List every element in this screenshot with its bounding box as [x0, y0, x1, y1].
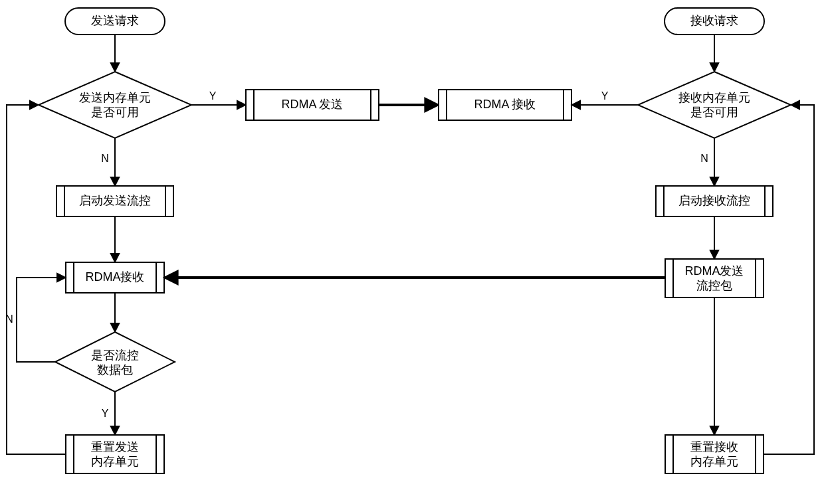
node-rdma-send: RDMA 发送 [246, 90, 379, 120]
is-flow-pkt-line2: 数据包 [97, 363, 133, 377]
rdma-send-flow-line2: 流控包 [696, 279, 732, 292]
recv-mem-avail-line1: 接收内存单元 [678, 91, 750, 104]
reset-send-line1: 重置发送 [91, 440, 139, 454]
node-reset-send-mem: 重置发送 内存单元 [66, 435, 164, 473]
flowchart-canvas: 发送请求 发送内存单元 是否可用 Y RDMA 发送 RDMA 接收 N 启动发… [0, 0, 824, 504]
svg-marker-14 [55, 332, 175, 392]
node-rdma-recv: RDMA 接收 [439, 90, 571, 120]
node-reset-recv-mem: 重置接收 内存单元 [665, 435, 764, 473]
send-mem-avail-line2: 是否可用 [91, 106, 139, 119]
send-request-label: 发送请求 [91, 14, 139, 27]
rdma-send-label: RDMA 发送 [281, 98, 343, 111]
edge-loop-n [17, 278, 66, 362]
reset-recv-line2: 内存单元 [690, 455, 738, 468]
node-send-request: 发送请求 [65, 8, 165, 35]
label-n-send: N [101, 153, 109, 164]
node-recv-request: 接收请求 [665, 8, 764, 35]
reset-recv-line1: 重置接收 [690, 440, 738, 454]
edge-reset-send-loop [7, 105, 66, 454]
recv-mem-avail-line2: 是否可用 [690, 106, 738, 119]
edge-reset-recv-loop [764, 105, 814, 454]
start-recv-flow-label: 启动接收流控 [678, 194, 750, 207]
label-y-send: Y [209, 90, 217, 102]
node-rdma-recv2: RDMA接收 [66, 262, 164, 293]
label-y-recv: Y [601, 90, 609, 102]
node-rdma-send-flow: RDMA发送 流控包 [665, 259, 764, 297]
send-mem-avail-line1: 发送内存单元 [79, 91, 151, 104]
rdma-send-flow-line1: RDMA发送 [685, 264, 744, 278]
reset-send-line2: 内存单元 [91, 455, 139, 468]
is-flow-pkt-line1: 是否流控 [91, 349, 139, 362]
node-send-mem-avail: 发送内存单元 是否可用 [39, 72, 191, 138]
recv-request-label: 接收请求 [690, 14, 738, 27]
node-is-flow-pkt: 是否流控 数据包 [55, 332, 175, 392]
label-y-flow: Y [102, 408, 109, 419]
rdma-recv2-label: RDMA接收 [86, 270, 145, 284]
label-n-recv: N [700, 153, 708, 164]
node-start-recv-flow: 启动接收流控 [656, 186, 773, 216]
node-recv-mem-avail: 接收内存单元 是否可用 [638, 72, 791, 138]
rdma-recv-label: RDMA 接收 [474, 98, 536, 111]
start-send-flow-label: 启动发送流控 [79, 194, 151, 207]
node-start-send-flow: 启动发送流控 [56, 186, 173, 216]
